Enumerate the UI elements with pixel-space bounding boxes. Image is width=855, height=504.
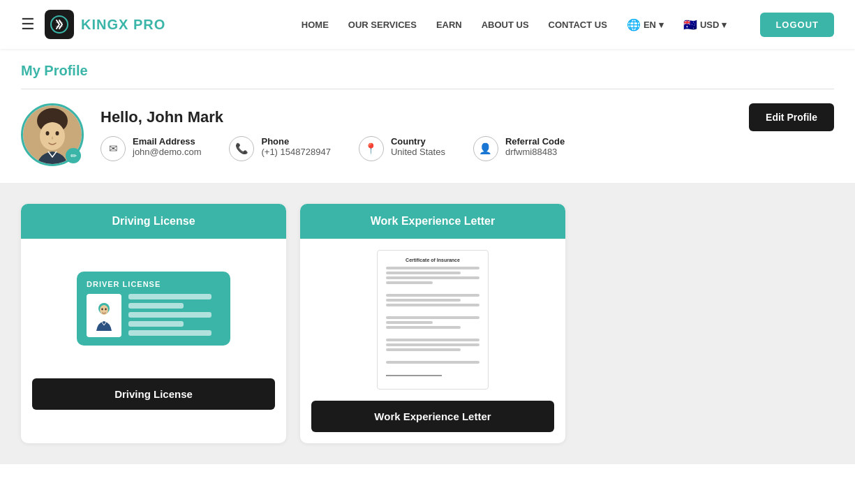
- nav-earn[interactable]: EARN: [436, 20, 462, 30]
- country-label: Country: [391, 136, 445, 147]
- logout-button[interactable]: LOGOUT: [760, 13, 834, 37]
- edit-profile-button[interactable]: Edit Profile: [749, 103, 834, 131]
- country-field: 📍 Country United States: [359, 136, 445, 161]
- lang-chevron-icon: ▾: [659, 20, 664, 30]
- page-content: My Profile: [0, 49, 855, 504]
- email-icon: ✉: [101, 136, 126, 161]
- work-experience-image-area: Certificate of Insurance: [300, 239, 565, 401]
- phone-value: (+1) 1548728947: [261, 147, 330, 157]
- nav-contact[interactable]: CONTACT US: [549, 20, 607, 30]
- nav-services[interactable]: OUR SERVICES: [348, 20, 417, 30]
- avatar-wrap: ✏: [21, 103, 84, 166]
- cert-l8: [386, 316, 479, 319]
- cert-l12: [386, 343, 479, 346]
- cert-l13: [386, 348, 461, 351]
- cert-gap4: [386, 353, 479, 359]
- email-text: Email Address john@demo.com: [133, 136, 201, 157]
- driving-license-button[interactable]: Driving License: [32, 378, 275, 410]
- driving-license-illustration: DRIVER LICENSE: [77, 272, 230, 346]
- logo-wrap: KINGX PRO: [45, 10, 165, 39]
- cert-l5: [386, 294, 479, 297]
- driving-license-image-area: DRIVER LICENSE: [21, 239, 286, 378]
- profile-fields: ✉ Email Address john@demo.com 📞 Phone (+…: [101, 136, 732, 161]
- cert-gap2: [386, 309, 479, 314]
- svg-point-9: [105, 309, 106, 311]
- svg-point-8: [101, 309, 103, 311]
- greeting: Hello, John Mark: [101, 108, 732, 126]
- page-title: My Profile: [21, 63, 834, 79]
- dl-line-2: [128, 303, 184, 309]
- referral-icon: 👤: [473, 136, 498, 161]
- cert-l9: [386, 321, 433, 324]
- cert-l3: [386, 276, 479, 279]
- dl-title-text: DRIVER LICENSE: [87, 280, 221, 288]
- globe-icon: 🌐: [627, 18, 641, 31]
- country-text: Country United States: [391, 136, 445, 157]
- cert-l10: [386, 326, 461, 329]
- dl-line-4: [128, 321, 184, 327]
- currency-label: USD: [700, 20, 719, 30]
- nav-about[interactable]: ABOUT US: [482, 20, 529, 30]
- phone-text: Phone (+1) 1548728947: [261, 136, 330, 157]
- certificate-illustration: Certificate of Insurance: [377, 250, 489, 390]
- phone-field: 📞 Phone (+1) 1548728947: [229, 136, 330, 161]
- currency-chevron-icon: ▾: [722, 20, 727, 30]
- cert-l1: [386, 267, 479, 269]
- email-label: Email Address: [133, 136, 201, 147]
- cert-l6: [386, 299, 461, 302]
- avatar-edit-icon[interactable]: ✏: [66, 148, 81, 163]
- country-value: United States: [391, 147, 445, 157]
- cert-l7: [386, 304, 479, 306]
- currency-selector[interactable]: 🇦🇺 USD ▾: [683, 18, 727, 31]
- svg-point-5: [56, 131, 59, 135]
- location-icon: 📍: [359, 136, 384, 161]
- work-experience-button[interactable]: Work Experience Letter: [311, 401, 554, 432]
- lang-label: EN: [644, 20, 656, 30]
- brand-name: KINGX PRO: [81, 17, 165, 33]
- logo-icon: [45, 10, 74, 39]
- cert-sig-line: [386, 375, 442, 376]
- dl-line-5: [128, 330, 211, 336]
- profile-divider: [21, 89, 834, 89]
- currency-flag-icon: 🇦🇺: [683, 18, 697, 31]
- referral-field: 👤 Referral Code drfwmi88483: [473, 136, 565, 161]
- cert-l2: [386, 272, 461, 274]
- profile-info: Hello, John Mark ✉ Email Address john@de…: [101, 108, 732, 161]
- cert-l11: [386, 339, 479, 341]
- dl-photo: [87, 294, 121, 337]
- cert-l14: [386, 361, 479, 364]
- profile-section: My Profile: [0, 49, 855, 183]
- phone-label: Phone: [261, 136, 330, 147]
- dl-line-3: [128, 312, 211, 318]
- nav-home[interactable]: HOME: [302, 20, 329, 30]
- dl-body: [87, 294, 221, 337]
- cert-title: Certificate of Insurance: [386, 258, 479, 262]
- cert-l4: [386, 281, 433, 284]
- driving-license-card-header: Driving License: [21, 204, 286, 239]
- cert-gap3: [386, 331, 479, 336]
- email-value: john@demo.com: [133, 147, 201, 157]
- dl-line-1: [128, 294, 211, 299]
- dl-lines: [128, 294, 221, 337]
- hamburger-icon[interactable]: ☰: [21, 15, 35, 34]
- language-selector[interactable]: 🌐 EN ▾: [627, 18, 664, 31]
- svg-point-4: [46, 131, 50, 135]
- driving-license-card: Driving License DRIVER LICENSE: [21, 204, 286, 443]
- email-field: ✉ Email Address john@demo.com: [101, 136, 201, 161]
- referral-label: Referral Code: [505, 136, 565, 147]
- profile-header: ✏ Hello, John Mark ✉ Email Address john@…: [21, 103, 834, 183]
- referral-text: Referral Code drfwmi88483: [505, 136, 565, 157]
- nav-links: HOME OUR SERVICES EARN ABOUT US CONTACT …: [302, 13, 834, 37]
- cert-gap1: [386, 286, 479, 292]
- work-experience-card: Work Experience Letter Certificate of In…: [300, 204, 565, 443]
- referral-value: drfwmi88483: [505, 147, 565, 157]
- cards-section: Driving License DRIVER LICENSE: [0, 183, 855, 464]
- work-experience-card-header: Work Experience Letter: [300, 204, 565, 239]
- phone-icon: 📞: [229, 136, 254, 161]
- navbar: ☰ KINGX PRO HOME OUR SERVICES EARN ABOUT…: [0, 0, 855, 49]
